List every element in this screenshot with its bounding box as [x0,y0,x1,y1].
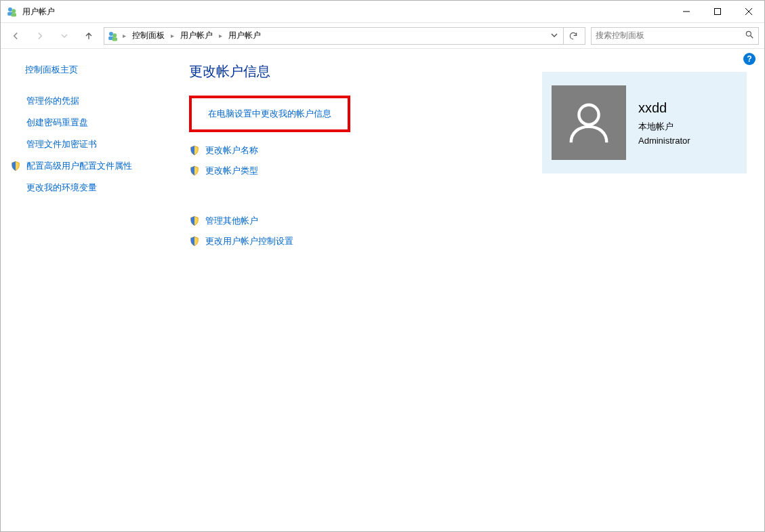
up-button[interactable] [79,26,98,45]
breadcrumb-item[interactable]: 用户帐户 [178,28,215,43]
action-label: 更改帐户名称 [205,144,258,157]
action-label: 管理其他帐户 [205,215,258,227]
refresh-button[interactable] [563,28,582,44]
back-button[interactable] [6,26,25,45]
svg-point-14 [579,105,598,125]
current-user-card: xxdd 本地帐户 Administrator [542,72,747,173]
sidebar-link-label: 创建密码重置盘 [26,117,88,129]
user-accounts-app-icon [6,5,18,18]
user-name: xxdd [638,97,690,119]
svg-line-13 [751,36,753,39]
highlighted-action: 在电脑设置中更改我的帐户信息 [189,96,350,132]
sidebar-link-change-env-vars[interactable]: 更改我的环境变量 [25,182,169,194]
svg-point-8 [109,32,113,36]
maximize-button[interactable] [702,1,733,22]
shield-icon [189,216,200,226]
svg-point-0 [8,7,12,12]
window-titlebar: 用户帐户 [1,1,764,23]
user-account-type: 本地帐户 [638,120,690,134]
action-label: 更改帐户类型 [205,165,258,177]
window-title: 用户帐户 [22,6,55,18]
forward-button[interactable] [30,26,49,45]
sidebar-home-link[interactable]: 控制面板主页 [25,64,169,76]
link-change-in-settings[interactable]: 在电脑设置中更改我的帐户信息 [208,108,331,119]
minimize-button[interactable] [671,1,702,22]
user-privilege: Administrator [638,134,690,148]
search-icon[interactable] [745,30,754,41]
chevron-right-icon[interactable]: ▸ [121,32,128,39]
sidebar-link-label: 管理文件加密证书 [26,138,97,150]
action-manage-other-accounts[interactable]: 管理其他帐户 [189,215,753,227]
svg-rect-3 [12,13,17,16]
titlebar-left: 用户帐户 [6,5,55,18]
search-placeholder: 搜索控制面板 [596,30,745,41]
breadcrumb-item[interactable]: 用户帐户 [226,28,264,43]
navigation-bar: ▸ 控制面板 ▸ 用户帐户 ▸ 用户帐户 搜索控制面板 [1,23,764,49]
main-panel: 更改帐户信息 在电脑设置中更改我的帐户信息 更改帐户名称 更改帐户类型 管理其他… [177,49,764,266]
content-area: 控制面板主页 管理你的凭据 创建密码重置盘 管理文件加密证书 配置高级用户配置文… [1,49,764,266]
user-avatar [552,85,626,160]
svg-rect-11 [112,37,118,41]
shield-icon [189,236,200,247]
recent-locations-dropdown[interactable] [55,26,74,45]
sidebar-link-label: 配置高级用户配置文件属性 [26,160,132,172]
sidebar-link-configure-profile[interactable]: 配置高级用户配置文件属性 [25,160,169,172]
action-label: 更改用户帐户控制设置 [205,235,293,247]
search-input[interactable]: 搜索控制面板 [591,27,759,45]
sidebar-link-label: 管理你的凭据 [26,95,79,107]
chevron-right-icon[interactable]: ▸ [217,32,224,39]
sidebar-link-manage-encrypt-certs[interactable]: 管理文件加密证书 [25,138,169,150]
user-meta: xxdd 本地帐户 Administrator [638,97,690,148]
sidebar-link-label: 更改我的环境变量 [26,182,97,194]
close-button[interactable] [733,1,764,22]
address-bar-icon [107,30,119,42]
sidebar: 控制面板主页 管理你的凭据 创建密码重置盘 管理文件加密证书 配置高级用户配置文… [1,49,177,266]
shield-icon [189,145,200,156]
shield-icon [189,165,200,176]
chevron-right-icon[interactable]: ▸ [169,32,176,39]
action-change-uac[interactable]: 更改用户帐户控制设置 [189,235,753,247]
sidebar-link-create-reset-disk[interactable]: 创建密码重置盘 [25,117,169,129]
sidebar-link-manage-credentials[interactable]: 管理你的凭据 [25,95,169,107]
breadcrumb-item[interactable]: 控制面板 [129,28,167,43]
address-bar-right [548,28,582,44]
shield-icon [10,161,22,171]
window-controls [671,1,764,22]
address-bar[interactable]: ▸ 控制面板 ▸ 用户帐户 ▸ 用户帐户 [104,27,585,45]
svg-rect-5 [715,9,721,15]
svg-point-12 [746,31,751,36]
address-history-dropdown[interactable] [548,32,560,40]
